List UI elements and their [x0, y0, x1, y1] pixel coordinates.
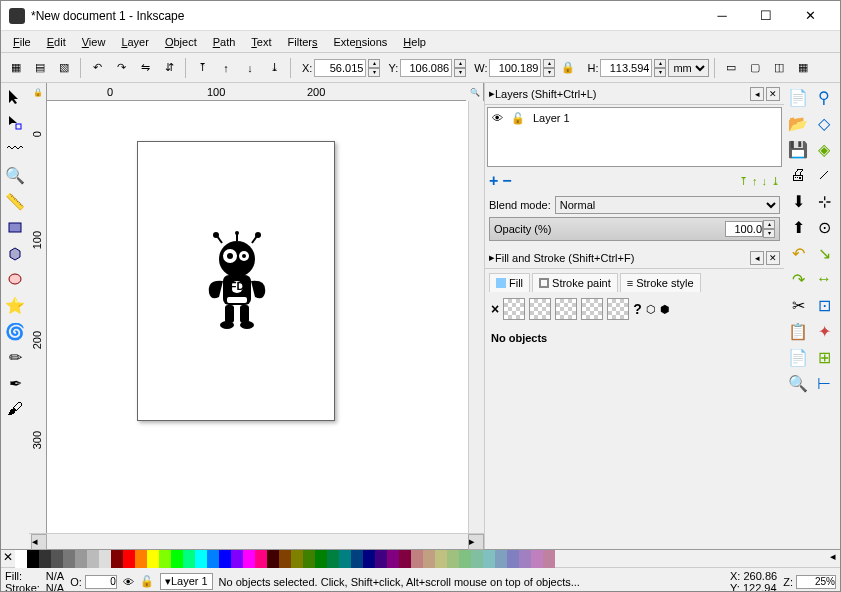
- blend-select[interactable]: Normal: [555, 196, 780, 214]
- spiral-tool-icon[interactable]: 🌀: [3, 319, 27, 343]
- palette-swatch[interactable]: [39, 550, 51, 568]
- scroll-left-icon[interactable]: ◂: [31, 534, 47, 550]
- menu-view[interactable]: View: [74, 33, 114, 51]
- menu-text[interactable]: Text: [243, 33, 279, 51]
- palette-swatch[interactable]: [63, 550, 75, 568]
- tab-fill[interactable]: Fill: [489, 273, 530, 292]
- palette-swatch[interactable]: [339, 550, 351, 568]
- palette-swatch[interactable]: [315, 550, 327, 568]
- snap-node-icon[interactable]: ◈: [812, 137, 836, 161]
- menu-path[interactable]: Path: [205, 33, 244, 51]
- horizontal-ruler[interactable]: 🔒 0 100 200 🔍: [29, 83, 484, 101]
- palette-swatch[interactable]: [435, 550, 447, 568]
- palette-swatch[interactable]: [15, 550, 27, 568]
- palette-swatch[interactable]: [543, 550, 555, 568]
- x-up[interactable]: ▴: [368, 59, 380, 68]
- save-icon[interactable]: 💾: [786, 137, 810, 161]
- h-down[interactable]: ▾: [654, 68, 666, 77]
- ruler-origin[interactable]: 🔒: [29, 83, 47, 101]
- layer-remove-icon[interactable]: −: [502, 172, 511, 190]
- minimize-button[interactable]: ─: [700, 2, 744, 30]
- palette-menu-icon[interactable]: ◂: [826, 550, 840, 567]
- zoom-tool-icon[interactable]: 🔍: [3, 163, 27, 187]
- layer-up-icon[interactable]: ↑: [752, 175, 758, 187]
- zoom-page-icon[interactable]: 🔍: [466, 83, 484, 101]
- layer-lock-icon[interactable]: 🔓: [511, 112, 525, 125]
- pattern-swatch[interactable]: [581, 298, 603, 320]
- x-down[interactable]: ▾: [368, 68, 380, 77]
- no-fill-swatch[interactable]: ✕: [1, 550, 15, 567]
- deselect-icon[interactable]: ▧: [53, 57, 75, 79]
- menu-filters[interactable]: Filters: [280, 33, 326, 51]
- export-icon[interactable]: ⬆: [786, 215, 810, 239]
- snap-icon[interactable]: ⚲: [812, 85, 836, 109]
- palette-swatch[interactable]: [243, 550, 255, 568]
- zoom-input[interactable]: [796, 575, 836, 589]
- menu-layer[interactable]: Layer: [113, 33, 157, 51]
- paste-icon[interactable]: 📄: [786, 345, 810, 369]
- snap-object-icon[interactable]: ⊡: [812, 293, 836, 317]
- selector-tool-icon[interactable]: [3, 85, 27, 109]
- lower-icon[interactable]: ↓: [239, 57, 261, 79]
- layer-top-icon[interactable]: ⤒: [739, 175, 748, 188]
- layer-add-icon[interactable]: +: [489, 172, 498, 190]
- status-layer-lock-icon[interactable]: 🔓: [140, 575, 154, 588]
- palette-swatch[interactable]: [183, 550, 195, 568]
- snap-intersect-icon[interactable]: ⊹: [812, 189, 836, 213]
- horizontal-scrollbar[interactable]: ◂ ▸: [29, 533, 484, 549]
- tweak-tool-icon[interactable]: 〰: [3, 137, 27, 161]
- canvas[interactable]: FD: [47, 101, 468, 533]
- fill-panel-header[interactable]: ▸ Fill and Stroke (Shift+Ctrl+F) ◂ ✕: [485, 247, 784, 269]
- unit-select[interactable]: mm: [668, 59, 709, 77]
- palette-swatch[interactable]: [351, 550, 363, 568]
- layers-panel-header[interactable]: ▸ Layers (Shift+Ctrl+L) ◂ ✕: [485, 83, 784, 105]
- robot-artwork[interactable]: FD: [197, 231, 277, 331]
- fill-close-icon[interactable]: ✕: [766, 251, 780, 265]
- palette-swatch[interactable]: [195, 550, 207, 568]
- lower-bottom-icon[interactable]: ⤓: [263, 57, 285, 79]
- palette-swatch[interactable]: [135, 550, 147, 568]
- layer-down-icon[interactable]: ↓: [762, 175, 768, 187]
- palette-swatch[interactable]: [159, 550, 171, 568]
- palette-swatch[interactable]: [279, 550, 291, 568]
- status-opacity[interactable]: [85, 575, 117, 589]
- layer-bottom-icon[interactable]: ⤓: [771, 175, 780, 188]
- w-down[interactable]: ▾: [543, 68, 555, 77]
- swatch-swatch[interactable]: [607, 298, 629, 320]
- palette-swatch[interactable]: [495, 550, 507, 568]
- status-layer-visible-icon[interactable]: 👁: [123, 576, 134, 588]
- vertical-scrollbar[interactable]: [468, 101, 484, 533]
- y-down[interactable]: ▾: [454, 68, 466, 77]
- menu-object[interactable]: Object: [157, 33, 205, 51]
- measure-tool-icon[interactable]: 📏: [3, 189, 27, 213]
- palette-swatch[interactable]: [291, 550, 303, 568]
- no-paint-icon[interactable]: ×: [491, 301, 499, 317]
- palette-swatch[interactable]: [123, 550, 135, 568]
- w-up[interactable]: ▴: [543, 59, 555, 68]
- pencil-tool-icon[interactable]: ✏: [3, 345, 27, 369]
- bezier-tool-icon[interactable]: ✒: [3, 371, 27, 395]
- tab-stroke-paint[interactable]: Stroke paint: [532, 273, 618, 292]
- flip-h-icon[interactable]: ⇋: [134, 57, 156, 79]
- palette-swatch[interactable]: [99, 550, 111, 568]
- palette-swatch[interactable]: [27, 550, 39, 568]
- palette-swatch[interactable]: [171, 550, 183, 568]
- palette-swatch[interactable]: [387, 550, 399, 568]
- w-input[interactable]: [489, 59, 541, 77]
- palette-swatch[interactable]: [327, 550, 339, 568]
- palette-swatch[interactable]: [303, 550, 315, 568]
- palette-swatch[interactable]: [519, 550, 531, 568]
- print-icon[interactable]: 🖨: [786, 163, 810, 187]
- status-layer-select[interactable]: ▾Layer 1: [160, 573, 213, 590]
- y-input[interactable]: [400, 59, 452, 77]
- undo-icon[interactable]: ↶: [786, 241, 810, 265]
- menu-edit[interactable]: Edit: [39, 33, 74, 51]
- palette-swatch[interactable]: [231, 550, 243, 568]
- copy-icon[interactable]: 📋: [786, 319, 810, 343]
- tab-stroke-style[interactable]: ≡Stroke style: [620, 273, 701, 292]
- import-icon[interactable]: ⬇: [786, 189, 810, 213]
- menu-extensions[interactable]: Extensions: [326, 33, 396, 51]
- select-all-icon[interactable]: ▦: [5, 57, 27, 79]
- opacity-input[interactable]: [725, 221, 763, 237]
- rotate-ccw-icon[interactable]: ↶: [86, 57, 108, 79]
